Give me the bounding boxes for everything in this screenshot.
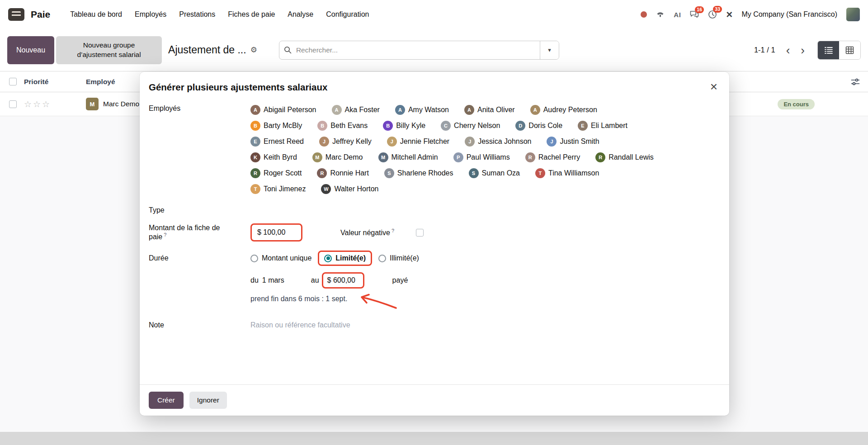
employee-tag[interactable]: TTina Williamson xyxy=(535,168,599,179)
employee-tag[interactable]: JJustin Smith xyxy=(547,136,599,147)
new-button[interactable]: Nouveau xyxy=(7,36,54,64)
employee-avatar: K xyxy=(250,152,260,162)
employee-tag[interactable]: AAnita Oliver xyxy=(464,104,515,115)
employee-avatar: M xyxy=(312,152,322,162)
row-checkbox[interactable] xyxy=(9,100,17,108)
employee-tag[interactable]: SSuman Oza xyxy=(469,168,520,179)
note-input[interactable] xyxy=(250,321,445,329)
user-avatar[interactable] xyxy=(846,8,860,21)
employee-tag[interactable]: PPaul Williams xyxy=(453,152,510,163)
bottom-strip xyxy=(0,432,868,445)
employee-tag[interactable]: AAka Foster xyxy=(332,104,380,115)
new-group-adjustment-button[interactable]: Nouveau groupe d’ajustement salarial xyxy=(56,36,162,64)
employee-name: Roger Scott xyxy=(264,169,302,177)
employee-tag[interactable]: CCherry Nelson xyxy=(441,120,500,131)
employee-tag[interactable]: JJennie Fletcher xyxy=(387,136,449,147)
duration-option-unlimited[interactable]: Illimité(e) xyxy=(378,254,419,262)
duration-option-one-time[interactable]: Montant unique xyxy=(250,254,311,262)
activities-clock-icon[interactable]: 33 xyxy=(708,10,717,19)
employee-tag[interactable]: JJessica Johnson xyxy=(465,136,531,147)
tools-icon[interactable]: × xyxy=(726,9,732,20)
apps-menu-icon[interactable] xyxy=(8,8,24,21)
messages-badge: 16 xyxy=(695,6,704,13)
adjust-columns-icon[interactable] xyxy=(851,78,860,86)
employee-tag[interactable]: AAbigail Peterson xyxy=(250,104,316,115)
close-icon[interactable]: × xyxy=(710,82,717,92)
star-icon[interactable]: ☆ xyxy=(42,100,50,109)
employee-avatar: T xyxy=(250,184,260,194)
employee-tag[interactable]: RRandall Lewis xyxy=(595,152,654,163)
employee-avatar: R xyxy=(317,168,327,178)
modal-footer: Créer Ignorer xyxy=(140,384,729,416)
start-date-input[interactable] xyxy=(262,276,311,284)
voip-phone-icon[interactable] xyxy=(656,10,665,19)
employee-tag[interactable]: RRonnie Hart xyxy=(317,168,368,179)
star-icon[interactable]: ☆ xyxy=(24,100,32,109)
employee-tag[interactable]: EEli Lambert xyxy=(578,120,627,131)
breadcrumb-title[interactable]: Ajustement de ... xyxy=(168,44,246,56)
employee-name: Anita Oliver xyxy=(477,106,515,114)
pager-previous-button[interactable]: ‹ xyxy=(782,44,795,56)
list-view-button[interactable] xyxy=(818,41,839,59)
employee-tag[interactable]: KKeith Byrd xyxy=(250,152,297,163)
employee-avatar: J xyxy=(387,137,397,147)
search-dropdown-toggle[interactable]: ▾ xyxy=(540,41,559,59)
employee-avatar: E xyxy=(578,121,588,131)
employee-tag[interactable]: AAmy Watson xyxy=(395,104,449,115)
employee-name: Doris Cole xyxy=(528,122,562,130)
employee-tag[interactable]: BBarty McBly xyxy=(250,120,302,131)
employee-tag[interactable]: RRachel Perry xyxy=(525,152,580,163)
messages-icon[interactable]: 16 xyxy=(690,10,699,19)
nav-item-fiches-de-paie[interactable]: Fiches de paie xyxy=(222,7,280,22)
employee-name: Barty McBly xyxy=(264,122,302,130)
nav-item-analyse[interactable]: Analyse xyxy=(282,7,319,22)
employee-tag[interactable]: JJeffrey Kelly xyxy=(319,136,372,147)
activities-badge: 33 xyxy=(713,6,722,13)
radio-icon xyxy=(378,255,386,262)
star-icon[interactable]: ☆ xyxy=(33,100,41,109)
create-button[interactable]: Créer xyxy=(149,392,184,409)
nav-item-configuration[interactable]: Configuration xyxy=(321,7,374,22)
grid-view-button[interactable] xyxy=(839,41,860,59)
nav-item-prestations[interactable]: Prestations xyxy=(174,7,221,22)
company-name[interactable]: My Company (San Francisco) xyxy=(741,10,837,19)
employee-tag[interactable]: SSharlene Rhodes xyxy=(384,168,453,179)
nav-item-tableau-de-bord[interactable]: Tableau de bord xyxy=(65,7,127,22)
amount-input[interactable] xyxy=(257,228,296,237)
nav-item-employ-s[interactable]: Employés xyxy=(129,7,172,22)
select-all-checkbox[interactable] xyxy=(9,78,17,85)
employee-tag[interactable]: TToni Jimenez xyxy=(250,184,306,194)
employee-tag[interactable]: MMarc Demo xyxy=(312,152,363,163)
employee-name: Walter Horton xyxy=(334,185,378,193)
negative-checkbox[interactable] xyxy=(416,229,424,237)
negative-help-icon[interactable]: ? xyxy=(392,228,394,233)
status-badge[interactable]: En cours xyxy=(778,99,815,109)
amount-help-icon[interactable]: ? xyxy=(164,232,166,237)
employee-name: Eli Lambert xyxy=(591,122,627,130)
employee-avatar: A xyxy=(250,105,260,115)
employee-name: Jessica Johnson xyxy=(478,137,531,146)
column-header-priorite[interactable]: Priorité xyxy=(24,78,86,86)
settings-gear-icon[interactable]: ⚙ xyxy=(250,45,257,55)
employee-tag[interactable]: RRoger Scott xyxy=(250,168,302,179)
employee-tag[interactable]: DDoris Cole xyxy=(515,120,562,131)
total-amount-input[interactable] xyxy=(327,276,359,284)
employee-tag[interactable]: BBeth Evans xyxy=(317,120,368,131)
employee-tag[interactable]: EErnest Reed xyxy=(250,136,304,147)
ai-icon[interactable]: AI xyxy=(674,11,681,19)
employees-field-row: Employés AAbigail PetersonAAka FosterAAm… xyxy=(149,104,720,194)
pager-next-button[interactable]: › xyxy=(796,44,809,56)
employee-name: Beth Evans xyxy=(330,122,368,130)
priority-stars: ☆ ☆ ☆ xyxy=(24,100,86,109)
presence-dot-icon[interactable] xyxy=(641,11,647,18)
employee-tag[interactable]: WWalter Horton xyxy=(321,184,378,194)
employee-tag[interactable]: AAudrey Peterson xyxy=(530,104,597,115)
type-field-row: Type xyxy=(149,206,720,214)
employee-tag[interactable]: MMitchell Admin xyxy=(378,152,438,163)
row-employee-name[interactable]: Marc Demo xyxy=(103,100,139,108)
discard-button[interactable]: Ignorer xyxy=(189,392,227,409)
search-input[interactable] xyxy=(296,46,540,54)
duration-option-limited[interactable]: Limité(e) xyxy=(324,254,366,262)
app-name[interactable]: Paie xyxy=(31,9,50,20)
employee-tag[interactable]: BBilly Kyle xyxy=(383,120,425,131)
